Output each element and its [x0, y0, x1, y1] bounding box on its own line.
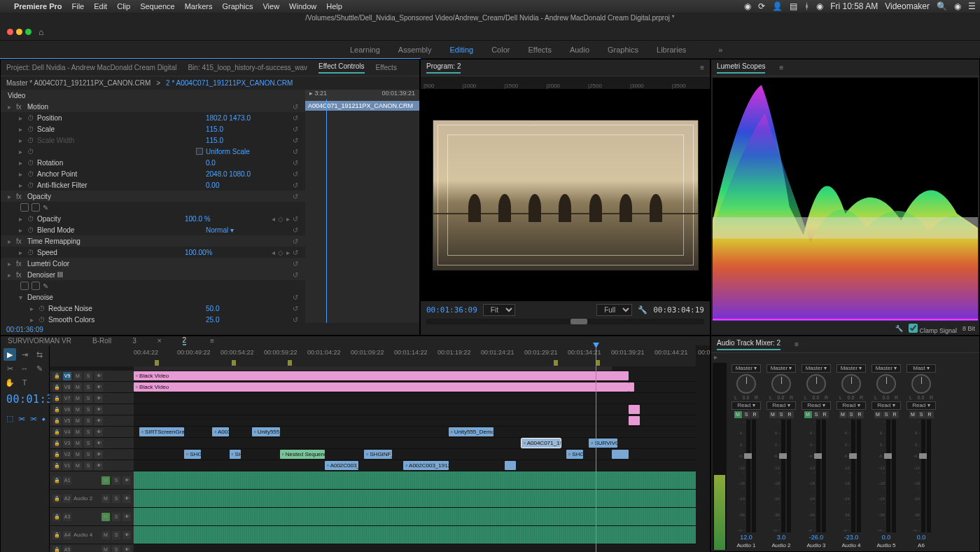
- timeline-clip[interactable]: ▫ SHGINF_S001_S001_T: [364, 450, 392, 459]
- db-value[interactable]: -23.0: [844, 534, 859, 541]
- timeline-clip[interactable]: ▫ A002C003_191211: [325, 461, 358, 470]
- db-value[interactable]: 0.0: [917, 534, 926, 541]
- track-header-V1[interactable]: 🔒V1MS👁: [50, 460, 134, 471]
- mute-button[interactable]: M: [804, 411, 812, 418]
- cc-icon[interactable]: ◉: [744, 1, 751, 11]
- automation-mode[interactable]: Read ▾: [906, 401, 936, 410]
- twirl-icon[interactable]: ▾: [19, 294, 24, 301]
- toggle-output[interactable]: 👁: [94, 450, 103, 459]
- lock-icon[interactable]: 🔒: [52, 531, 61, 539]
- notif-icon[interactable]: ☰: [968, 1, 976, 11]
- tab-bin[interactable]: Bin: 415_loop_history-of-success_wav: [188, 64, 307, 71]
- add-kf-icon[interactable]: ◇: [278, 215, 284, 223]
- track-header-A3[interactable]: 🔒A3MS👁: [50, 508, 134, 525]
- solo-button[interactable]: S: [778, 411, 785, 418]
- mute-button[interactable]: M: [909, 411, 917, 418]
- effect-properties[interactable]: Video▸fxMotion↺▸⏱Position1802.0 1473.0↺▸…: [1, 90, 305, 323]
- track-lane[interactable]: [134, 393, 696, 403]
- fx-badge-icon[interactable]: fx: [16, 237, 24, 245]
- seq-tab-2[interactable]: 3: [132, 337, 136, 345]
- toggle-output[interactable]: 👁: [94, 439, 103, 448]
- solo-button[interactable]: S: [84, 394, 92, 403]
- prop-value[interactable]: 50.0: [206, 305, 290, 312]
- track-lane[interactable]: [134, 508, 696, 525]
- mute-button[interactable]: M: [102, 476, 110, 485]
- track-lane[interactable]: ▫ Black Video: [134, 371, 696, 381]
- lock-icon[interactable]: 🔒: [52, 476, 61, 485]
- next-kf-icon[interactable]: ▸: [286, 249, 290, 256]
- tab-effect-controls[interactable]: Effect Controls: [318, 62, 364, 74]
- prop-value[interactable]: 2048.0 1080.0: [206, 170, 290, 178]
- track-lane[interactable]: [134, 471, 696, 489]
- mute-button[interactable]: M: [74, 394, 82, 403]
- track-target[interactable]: A3: [63, 513, 71, 521]
- output-select[interactable]: Master ▾: [802, 364, 831, 373]
- solo-button[interactable]: S: [112, 495, 120, 503]
- fx-badge-icon[interactable]: fx: [16, 193, 24, 200]
- add-kf-icon[interactable]: ◇: [278, 249, 284, 256]
- timeline-clip[interactable]: [505, 461, 516, 470]
- timeline-clip[interactable]: [629, 416, 640, 425]
- traffic-close[interactable]: [7, 29, 13, 35]
- toggle-output[interactable]: 👁: [122, 495, 131, 503]
- twirl-icon[interactable]: ▸: [19, 226, 24, 234]
- twirl-icon[interactable]: ▸: [19, 215, 24, 223]
- stopwatch-icon[interactable]: ⏱: [27, 125, 34, 133]
- reset-icon[interactable]: ↺: [293, 193, 301, 200]
- twirl-icon[interactable]: ▸: [8, 260, 13, 268]
- mask-pen-icon[interactable]: ✎: [43, 204, 48, 212]
- lock-icon[interactable]: 🔒: [52, 394, 61, 403]
- track-lane[interactable]: [134, 526, 696, 544]
- reset-icon[interactable]: ↺: [293, 226, 301, 234]
- mask-rect-icon[interactable]: [31, 203, 40, 212]
- timeline-clip[interactable]: ▫ A002C003_191210CR_C: [403, 461, 448, 470]
- type-tool[interactable]: T: [18, 376, 31, 389]
- timeline-clip[interactable]: ▫ A004C071_191211P: [522, 439, 561, 448]
- menu-clip[interactable]: Clip: [117, 2, 130, 11]
- reset-icon[interactable]: ↺: [293, 294, 301, 301]
- mute-button[interactable]: M: [74, 428, 82, 436]
- scopes-display[interactable]: [713, 78, 978, 321]
- solo-button[interactable]: S: [918, 411, 925, 418]
- prev-kf-icon[interactable]: ◂: [272, 215, 275, 223]
- program-time-current[interactable]: 00:01:36:09: [426, 305, 477, 315]
- automation-mode[interactable]: Read ▾: [836, 401, 866, 410]
- selection-tool[interactable]: ▶: [4, 348, 16, 361]
- track-target[interactable]: A5: [63, 546, 71, 553]
- prev-kf-icon[interactable]: ◂: [272, 249, 275, 256]
- track-select-tool[interactable]: ⇥: [18, 348, 31, 361]
- record-button[interactable]: R: [926, 411, 934, 418]
- mute-button[interactable]: M: [874, 411, 882, 418]
- output-select[interactable]: Mast ▾: [906, 364, 936, 373]
- reset-icon[interactable]: ↺: [293, 237, 301, 245]
- output-select[interactable]: Master ▾: [766, 364, 796, 373]
- seq-tab-1[interactable]: B-Roll: [92, 337, 111, 345]
- solo-button[interactable]: S: [813, 411, 820, 418]
- volume-fader[interactable]: [886, 420, 890, 532]
- twirl-icon[interactable]: ▸: [19, 170, 24, 178]
- wrench-icon[interactable]: 🔧: [638, 305, 648, 315]
- reset-icon[interactable]: ↺: [293, 159, 301, 167]
- mute-button[interactable]: M: [74, 372, 82, 380]
- output-select[interactable]: Master ▾: [836, 364, 866, 373]
- track-lane[interactable]: [134, 404, 696, 415]
- twirl-icon[interactable]: ▸: [8, 237, 13, 245]
- prop-value[interactable]: 115.0: [206, 125, 290, 133]
- twirl-icon[interactable]: ▸: [8, 193, 13, 200]
- stopwatch-icon[interactable]: ⏱: [27, 159, 34, 167]
- prop-value[interactable]: 100.00%: [185, 249, 269, 256]
- ws-learning[interactable]: Learning: [350, 46, 380, 54]
- pen-tool[interactable]: ✎: [33, 362, 46, 375]
- track-header-A1[interactable]: 🔒A1MS👁: [50, 471, 134, 489]
- wrench-icon[interactable]: 🔧: [895, 325, 903, 332]
- toggle-output[interactable]: 👁: [94, 394, 103, 403]
- track-target[interactable]: V6: [63, 406, 71, 414]
- mask-rect-icon[interactable]: [31, 282, 40, 290]
- lock-icon[interactable]: 🔒: [52, 428, 61, 436]
- prop-value[interactable]: 25.0: [206, 316, 290, 324]
- panel-menu-icon[interactable]: ≡: [779, 64, 783, 71]
- mute-button[interactable]: M: [734, 411, 742, 418]
- toggle-output[interactable]: 👁: [122, 513, 131, 521]
- reset-icon[interactable]: ↺: [293, 305, 301, 312]
- lock-icon[interactable]: 🔒: [52, 462, 61, 470]
